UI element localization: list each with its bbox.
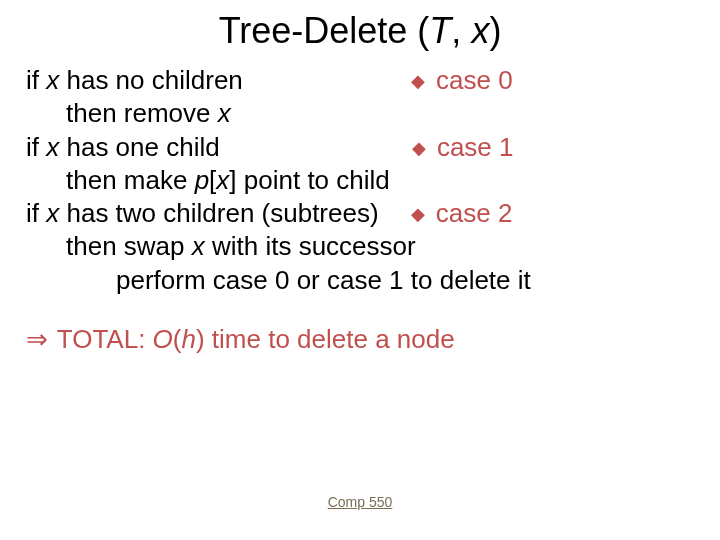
title-var-t: T	[429, 10, 451, 51]
diamond-icon: ◆	[412, 138, 430, 158]
total-line: ⇒ TOTAL: O(h) time to delete a node	[26, 323, 694, 356]
case-text: case 0	[429, 65, 513, 95]
case-text: case 2	[429, 198, 513, 228]
diamond-icon: ◆	[411, 204, 429, 224]
line-case2-if: if x has two children (subtrees) ◆ case …	[26, 197, 694, 230]
line-case2-perform: perform case 0 or case 1 to delete it	[26, 264, 694, 297]
t: then remove	[66, 98, 218, 128]
var-h: h	[182, 324, 196, 354]
t: if	[26, 65, 46, 95]
t: then swap	[66, 231, 192, 261]
var-x: x	[216, 165, 229, 195]
slide-title: Tree-Delete (T, x)	[26, 10, 694, 52]
var-x: x	[46, 65, 59, 95]
title-var-x: x	[471, 10, 489, 51]
line-case2-then: then swap x with its successor	[26, 230, 694, 263]
slide-content: if x has no children ◆ case 0 then remov…	[26, 64, 694, 356]
t: TOTAL:	[50, 324, 153, 354]
t: if	[26, 198, 46, 228]
line-case0-then: then remove x	[26, 97, 694, 130]
t: has no children	[59, 65, 243, 95]
t: (	[173, 324, 182, 354]
var-x: x	[192, 231, 205, 261]
case1-label: ◆ case 1	[412, 131, 514, 164]
line-case1-if: if x has one child ◆ case 1	[26, 131, 694, 164]
t: then make	[66, 165, 195, 195]
line-case0-if: if x has no children ◆ case 0	[26, 64, 694, 97]
t: ) time to delete a node	[196, 324, 455, 354]
case-text: case 1	[430, 132, 514, 162]
title-text-post: )	[489, 10, 501, 51]
arrow-icon: ⇒	[26, 324, 50, 354]
line-case1-then: then make p[x] point to child	[26, 164, 694, 197]
case0-label: ◆ case 0	[411, 64, 513, 97]
var-p: p	[195, 165, 209, 195]
diamond-icon: ◆	[411, 71, 429, 91]
t: has one child	[59, 132, 219, 162]
t: has two children (subtrees)	[59, 198, 378, 228]
var-x: x	[46, 198, 59, 228]
slide-body: Tree-Delete (T, x) if x has no children …	[0, 0, 720, 356]
t: ] point to child	[229, 165, 389, 195]
title-sep: ,	[451, 10, 471, 51]
t: if	[26, 132, 46, 162]
footer-text: Comp 550	[0, 494, 720, 510]
var-x: x	[218, 98, 231, 128]
case2-label: ◆ case 2	[411, 197, 513, 230]
t: perform case 0 or case 1 to delete it	[116, 264, 531, 297]
t: with its successor	[205, 231, 416, 261]
big-o: O	[153, 324, 173, 354]
title-text-pre: Tree-Delete (	[219, 10, 430, 51]
var-x: x	[46, 132, 59, 162]
